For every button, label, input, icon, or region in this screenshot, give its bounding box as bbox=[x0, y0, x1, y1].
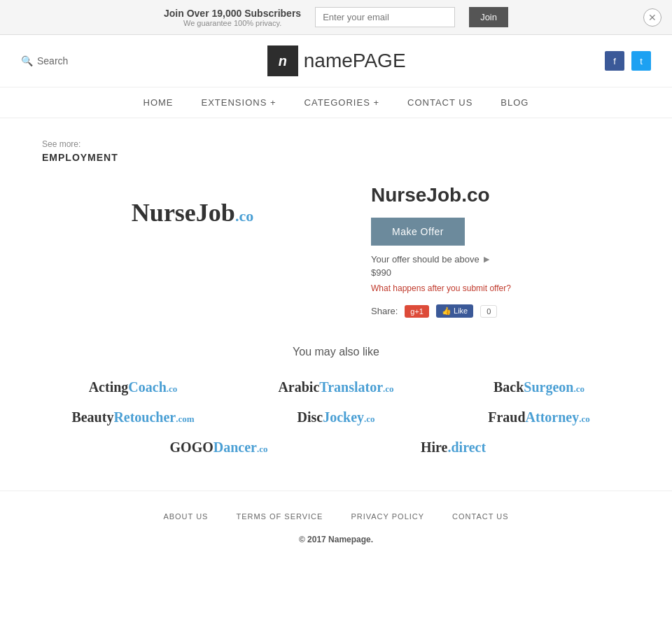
similar-item-hire[interactable]: Hire.direct bbox=[346, 439, 560, 456]
main-nav: HOME EXTENSIONS + CATEGORIES + CONTACT U… bbox=[0, 87, 672, 118]
similar-item-fraudattorney[interactable]: FraudAttorney.co bbox=[448, 409, 630, 425]
domain-tld-logo: .co bbox=[235, 207, 253, 225]
similar-grid-row2: BeautyRetoucher.com DiscJockey.co FraudA… bbox=[42, 409, 630, 425]
domain-title: NurseJob.co bbox=[371, 184, 630, 206]
footer-copy: © 2017 Namepage. bbox=[0, 535, 672, 544]
email-input[interactable] bbox=[315, 7, 455, 27]
see-more-label: See more: bbox=[42, 139, 630, 149]
offer-hint-arrow: ▶ bbox=[484, 255, 489, 264]
category-link[interactable]: EMPLOYMENT bbox=[42, 152, 630, 163]
banner-text: Join Over 19,000 Subscribers We guarante… bbox=[164, 8, 301, 27]
domain-info: NurseJob.co Make Offer Your offer should… bbox=[371, 177, 630, 318]
offer-hint: Your offer should be above ▶ bbox=[371, 254, 630, 265]
nav-contact[interactable]: CONTACT US bbox=[407, 97, 472, 108]
nav-blog[interactable]: BLOG bbox=[500, 97, 528, 108]
close-banner-button[interactable]: ✕ bbox=[643, 8, 662, 27]
logo-text: namePAGE bbox=[304, 50, 406, 72]
share-label: Share: bbox=[371, 306, 398, 316]
join-button[interactable]: Join bbox=[469, 7, 508, 27]
similar-item-backsurgeon[interactable]: BackSurgeon.co bbox=[448, 379, 630, 395]
footer-brand: Namepage. bbox=[328, 535, 373, 544]
footer-nav: ABOUT US TERMS OF SERVICE PRIVACY POLICY… bbox=[0, 512, 672, 521]
logo-page: PAGE bbox=[353, 50, 406, 71]
similar-section: You may also like ActingCoach.co ArabicT… bbox=[42, 346, 630, 456]
similar-item-gogodancer[interactable]: GOGODancer.co bbox=[112, 439, 326, 456]
similar-item-discjockey[interactable]: DiscJockey.co bbox=[245, 409, 427, 425]
similar-item-beautyretoucher[interactable]: BeautyRetoucher.com bbox=[42, 409, 224, 425]
footer-year: © 2017 bbox=[299, 535, 326, 544]
fb-like-button[interactable]: 👍 Like bbox=[436, 304, 473, 318]
logo-icon: n bbox=[267, 45, 298, 76]
fb-count: 0 bbox=[480, 305, 497, 318]
similar-grid-row3: GOGODancer.co Hire.direct bbox=[112, 439, 560, 456]
share-row: Share: g+1 👍 Like 0 bbox=[371, 304, 630, 318]
footer: ABOUT US TERMS OF SERVICE PRIVACY POLICY… bbox=[0, 491, 672, 558]
offer-price: $990 bbox=[371, 267, 630, 278]
top-banner: Join Over 19,000 Subscribers We guarante… bbox=[0, 0, 672, 35]
make-offer-button[interactable]: Make Offer bbox=[371, 218, 465, 246]
breadcrumb: See more: EMPLOYMENT bbox=[42, 139, 630, 163]
gplus-button[interactable]: g+1 bbox=[405, 305, 429, 318]
similar-item-actingcoach[interactable]: ActingCoach.co bbox=[42, 379, 224, 395]
domain-logo-area: NurseJob.co bbox=[42, 177, 343, 248]
footer-terms[interactable]: TERMS OF SERVICE bbox=[236, 512, 323, 521]
search-label: Search bbox=[37, 55, 68, 66]
offer-submit-link[interactable]: What happens after you submit offer? bbox=[371, 283, 630, 293]
facebook-icon[interactable]: f bbox=[605, 51, 624, 71]
nav-extensions[interactable]: EXTENSIONS + bbox=[202, 97, 276, 108]
banner-headline: Join Over 19,000 Subscribers bbox=[164, 8, 301, 19]
twitter-icon[interactable]: t bbox=[631, 51, 651, 71]
social-icons: f t bbox=[605, 51, 651, 71]
domain-logo: NurseJob.co bbox=[132, 198, 253, 227]
search-area[interactable]: 🔍 Search bbox=[21, 55, 68, 66]
domain-name-bold: NurseJob bbox=[132, 199, 235, 227]
similar-item-arabictranslator[interactable]: ArabicTranslator.co bbox=[245, 379, 427, 395]
nav-home[interactable]: HOME bbox=[144, 97, 174, 108]
logo-area: n namePAGE bbox=[267, 45, 406, 76]
footer-privacy[interactable]: PRIVACY POLICY bbox=[351, 512, 424, 521]
main-content: See more: EMPLOYMENT NurseJob.co NurseJo… bbox=[0, 118, 672, 491]
similar-grid-row1: ActingCoach.co ArabicTranslator.co BackS… bbox=[42, 379, 630, 395]
footer-contact[interactable]: CONTACT US bbox=[452, 512, 509, 521]
search-icon: 🔍 bbox=[21, 55, 33, 66]
banner-subline: We guarantee 100% privacy. bbox=[164, 19, 301, 27]
nav-categories[interactable]: CATEGORIES + bbox=[304, 97, 379, 108]
logo[interactable]: n namePAGE bbox=[267, 45, 406, 76]
similar-title: You may also like bbox=[42, 346, 630, 358]
logo-name: name bbox=[304, 50, 353, 71]
header: 🔍 Search n namePAGE f t bbox=[0, 35, 672, 87]
domain-showcase: NurseJob.co NurseJob.co Make Offer Your … bbox=[42, 177, 630, 318]
footer-about[interactable]: ABOUT US bbox=[163, 512, 208, 521]
